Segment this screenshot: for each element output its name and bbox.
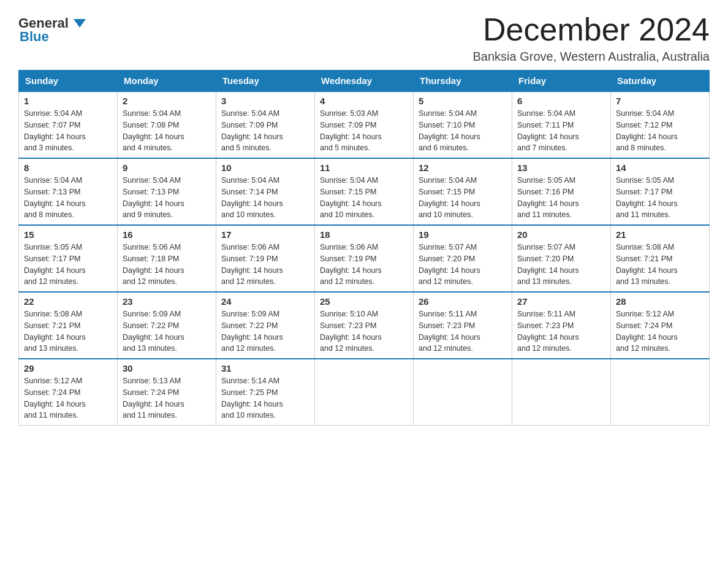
title-block: December 2024 Banksia Grove, Western Aus… xyxy=(473,12,710,64)
day-info: Sunrise: 5:03 AMSunset: 7:09 PMDaylight:… xyxy=(320,109,382,152)
day-number: 1 xyxy=(24,96,112,106)
day-info: Sunrise: 5:12 AMSunset: 7:24 PMDaylight:… xyxy=(616,310,678,353)
day-number: 23 xyxy=(123,296,211,307)
logo-arrow-icon xyxy=(74,19,86,28)
table-row: 14 Sunrise: 5:05 AMSunset: 7:17 PMDaylig… xyxy=(611,158,710,225)
table-row: 13 Sunrise: 5:05 AMSunset: 7:16 PMDaylig… xyxy=(512,158,611,225)
day-info: Sunrise: 5:04 AMSunset: 7:08 PMDaylight:… xyxy=(123,109,184,152)
day-number: 30 xyxy=(123,363,211,373)
table-row xyxy=(512,359,611,426)
day-number: 15 xyxy=(24,229,112,240)
day-number: 18 xyxy=(320,229,408,240)
table-row: 21 Sunrise: 5:08 AMSunset: 7:21 PMDaylig… xyxy=(611,225,710,292)
day-number: 26 xyxy=(419,296,507,307)
table-row: 27 Sunrise: 5:11 AMSunset: 7:23 PMDaylig… xyxy=(512,292,611,359)
day-number: 6 xyxy=(517,96,605,106)
day-info: Sunrise: 5:07 AMSunset: 7:20 PMDaylight:… xyxy=(517,243,579,286)
day-info: Sunrise: 5:04 AMSunset: 7:14 PMDaylight:… xyxy=(221,176,283,219)
day-info: Sunrise: 5:06 AMSunset: 7:19 PMDaylight:… xyxy=(320,243,382,286)
table-row: 18 Sunrise: 5:06 AMSunset: 7:19 PMDaylig… xyxy=(315,225,414,292)
col-saturday: Saturday xyxy=(611,71,710,92)
calendar-table: Sunday Monday Tuesday Wednesday Thursday… xyxy=(18,70,710,426)
day-info: Sunrise: 5:07 AMSunset: 7:20 PMDaylight:… xyxy=(419,243,480,286)
day-info: Sunrise: 5:04 AMSunset: 7:15 PMDaylight:… xyxy=(320,176,382,219)
day-number: 12 xyxy=(419,163,507,173)
day-info: Sunrise: 5:11 AMSunset: 7:23 PMDaylight:… xyxy=(419,310,480,353)
table-row xyxy=(315,359,414,426)
day-number: 14 xyxy=(616,163,704,173)
day-number: 5 xyxy=(419,96,507,106)
table-row: 4 Sunrise: 5:03 AMSunset: 7:09 PMDayligh… xyxy=(315,91,414,158)
day-info: Sunrise: 5:12 AMSunset: 7:24 PMDaylight:… xyxy=(24,377,86,419)
day-info: Sunrise: 5:09 AMSunset: 7:22 PMDaylight:… xyxy=(221,310,283,353)
day-info: Sunrise: 5:04 AMSunset: 7:11 PMDaylight:… xyxy=(517,109,579,152)
calendar-week-row: 29 Sunrise: 5:12 AMSunset: 7:24 PMDaylig… xyxy=(19,359,710,426)
table-row: 3 Sunrise: 5:04 AMSunset: 7:09 PMDayligh… xyxy=(216,91,315,158)
calendar-week-row: 1 Sunrise: 5:04 AMSunset: 7:07 PMDayligh… xyxy=(19,91,710,158)
day-info: Sunrise: 5:09 AMSunset: 7:22 PMDaylight:… xyxy=(123,310,184,353)
calendar-week-row: 15 Sunrise: 5:05 AMSunset: 7:17 PMDaylig… xyxy=(19,225,710,292)
table-row: 25 Sunrise: 5:10 AMSunset: 7:23 PMDaylig… xyxy=(315,292,414,359)
day-number: 19 xyxy=(419,229,507,240)
table-row: 8 Sunrise: 5:04 AMSunset: 7:13 PMDayligh… xyxy=(19,158,118,225)
day-info: Sunrise: 5:04 AMSunset: 7:13 PMDaylight:… xyxy=(123,176,184,219)
table-row: 22 Sunrise: 5:08 AMSunset: 7:21 PMDaylig… xyxy=(19,292,118,359)
table-row: 5 Sunrise: 5:04 AMSunset: 7:10 PMDayligh… xyxy=(414,91,512,158)
page-header: General Blue December 2024 Banksia Grove… xyxy=(18,12,710,64)
table-row: 17 Sunrise: 5:06 AMSunset: 7:19 PMDaylig… xyxy=(216,225,315,292)
day-number: 21 xyxy=(616,229,704,240)
day-info: Sunrise: 5:04 AMSunset: 7:15 PMDaylight:… xyxy=(419,176,480,219)
table-row: 9 Sunrise: 5:04 AMSunset: 7:13 PMDayligh… xyxy=(118,158,216,225)
table-row: 26 Sunrise: 5:11 AMSunset: 7:23 PMDaylig… xyxy=(414,292,512,359)
day-info: Sunrise: 5:05 AMSunset: 7:16 PMDaylight:… xyxy=(517,176,579,219)
day-number: 10 xyxy=(221,163,309,173)
table-row: 31 Sunrise: 5:14 AMSunset: 7:25 PMDaylig… xyxy=(216,359,315,426)
day-info: Sunrise: 5:04 AMSunset: 7:12 PMDaylight:… xyxy=(616,109,678,152)
day-number: 20 xyxy=(517,229,605,240)
col-wednesday: Wednesday xyxy=(315,71,414,92)
day-number: 17 xyxy=(221,229,309,240)
col-monday: Monday xyxy=(118,71,216,92)
table-row: 24 Sunrise: 5:09 AMSunset: 7:22 PMDaylig… xyxy=(216,292,315,359)
table-row: 12 Sunrise: 5:04 AMSunset: 7:15 PMDaylig… xyxy=(414,158,512,225)
table-row: 30 Sunrise: 5:13 AMSunset: 7:24 PMDaylig… xyxy=(118,359,216,426)
day-number: 24 xyxy=(221,296,309,307)
day-number: 3 xyxy=(221,96,309,106)
day-number: 2 xyxy=(123,96,211,106)
day-number: 22 xyxy=(24,296,112,307)
day-number: 28 xyxy=(616,296,704,307)
day-info: Sunrise: 5:05 AMSunset: 7:17 PMDaylight:… xyxy=(24,243,86,286)
table-row xyxy=(414,359,512,426)
day-info: Sunrise: 5:06 AMSunset: 7:19 PMDaylight:… xyxy=(221,243,283,286)
table-row: 19 Sunrise: 5:07 AMSunset: 7:20 PMDaylig… xyxy=(414,225,512,292)
day-info: Sunrise: 5:04 AMSunset: 7:07 PMDaylight:… xyxy=(24,109,86,152)
table-row: 23 Sunrise: 5:09 AMSunset: 7:22 PMDaylig… xyxy=(118,292,216,359)
table-row: 11 Sunrise: 5:04 AMSunset: 7:15 PMDaylig… xyxy=(315,158,414,225)
day-info: Sunrise: 5:13 AMSunset: 7:24 PMDaylight:… xyxy=(123,377,184,419)
day-info: Sunrise: 5:08 AMSunset: 7:21 PMDaylight:… xyxy=(616,243,678,286)
day-number: 4 xyxy=(320,96,408,106)
day-info: Sunrise: 5:14 AMSunset: 7:25 PMDaylight:… xyxy=(221,377,283,419)
table-row: 2 Sunrise: 5:04 AMSunset: 7:08 PMDayligh… xyxy=(118,91,216,158)
day-info: Sunrise: 5:06 AMSunset: 7:18 PMDaylight:… xyxy=(123,243,184,286)
day-number: 7 xyxy=(616,96,704,106)
day-number: 16 xyxy=(123,229,211,240)
table-row: 28 Sunrise: 5:12 AMSunset: 7:24 PMDaylig… xyxy=(611,292,710,359)
table-row: 7 Sunrise: 5:04 AMSunset: 7:12 PMDayligh… xyxy=(611,91,710,158)
table-row xyxy=(611,359,710,426)
day-info: Sunrise: 5:04 AMSunset: 7:13 PMDaylight:… xyxy=(24,176,86,219)
table-row: 10 Sunrise: 5:04 AMSunset: 7:14 PMDaylig… xyxy=(216,158,315,225)
day-number: 11 xyxy=(320,163,408,173)
calendar-week-row: 8 Sunrise: 5:04 AMSunset: 7:13 PMDayligh… xyxy=(19,158,710,225)
day-number: 27 xyxy=(517,296,605,307)
table-row: 1 Sunrise: 5:04 AMSunset: 7:07 PMDayligh… xyxy=(19,91,118,158)
day-number: 9 xyxy=(123,163,211,173)
day-number: 31 xyxy=(221,363,309,373)
day-info: Sunrise: 5:08 AMSunset: 7:21 PMDaylight:… xyxy=(24,310,86,353)
day-number: 25 xyxy=(320,296,408,307)
day-info: Sunrise: 5:04 AMSunset: 7:09 PMDaylight:… xyxy=(221,109,283,152)
table-row: 6 Sunrise: 5:04 AMSunset: 7:11 PMDayligh… xyxy=(512,91,611,158)
day-info: Sunrise: 5:10 AMSunset: 7:23 PMDaylight:… xyxy=(320,310,382,353)
day-number: 29 xyxy=(24,363,112,373)
logo-text-blue: Blue xyxy=(18,29,49,45)
